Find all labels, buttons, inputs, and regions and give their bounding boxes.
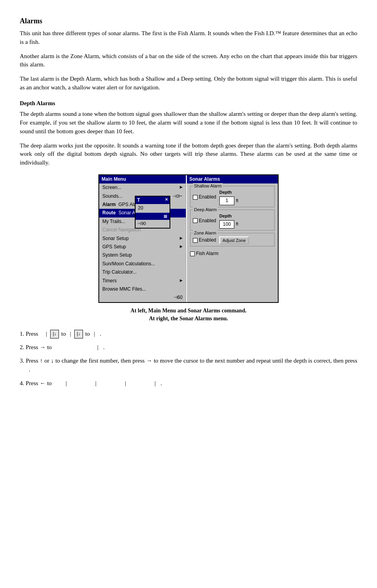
shallow-enabled-check[interactable]: Enabled [193,194,216,200]
shallow-alarm-section: Shallow Alarm Enabled Depth 1 ft [190,186,275,207]
paragraph-2: Another alarm is the Zone Alarm, which c… [20,52,357,70]
shallow-enabled-col: Enabled [193,194,216,200]
step-1-line: 1. Press | |↓ to | |↓ to | . [20,330,357,338]
shallow-enabled-label: Enabled [199,194,216,200]
deep-depth-col: Depth 100 ft [219,213,238,229]
page-title: Alarms [20,16,357,26]
adjust-zone-button[interactable]: Adjust Zone [219,236,249,244]
deep-checkbox[interactable] [193,218,198,223]
deep-enabled-col: Enabled [193,217,216,224]
menu-item-system-setup[interactable]: System Setup [99,251,186,259]
deep-alarm-row: Enabled Depth 100 ft [193,213,272,229]
deep-depth-input[interactable]: 100 [219,220,234,229]
figure-area: Main Menu Screen... Sounds... ⊣0⊢ Alarm … [20,174,357,323]
menu-item-screen[interactable]: Screen... [99,183,186,192]
overlay-submenu: T✕ 20 ▦ ⊣90 [135,196,170,229]
sonar-alarms-panel: Sonar Alarms Shallow Alarm Enabled Depth [187,175,278,302]
figure-caption-line1: At left, Main Menu and Sonar Alarms comm… [130,308,246,314]
depth-alarms-subtitle: Depth Alarms [20,99,357,108]
paragraph-5: The deep alarm works just the opposite. … [20,142,357,167]
deep-enabled-label: Enabled [199,217,216,224]
figure-caption: At left, Main Menu and Sonar Alarms comm… [130,307,246,323]
menu-item-timers[interactable]: Timers [99,277,186,285]
deep-alarm-section: Deep Alarm Enabled Depth 100 ft [190,210,275,231]
overlay-item-sel[interactable]: ▦ [136,213,170,220]
fish-checkbox[interactable] [190,251,195,256]
step-2-line: 2. Press → to | . [20,343,357,352]
zone-enabled-check[interactable]: Enabled [193,237,216,244]
deep-alarm-label: Deep Alarm [193,207,218,213]
step-3-paragraph: 3. Press ↑ or ↓ to change the first numb… [20,357,357,374]
step-4-line: 4. Press ← to | | | | . [20,379,357,388]
shallow-alarm-row: Enabled Depth 1 ft [193,189,272,205]
zone-alarm-section: Zone Alarm Enabled Adjust Zone [190,233,275,246]
menu-item-trip-calc[interactable]: Trip Calculator... [99,268,186,276]
shallow-depth-input[interactable]: 1 [219,197,234,205]
shallow-depth-col: Depth 1 ft [219,189,238,205]
step-2-num: 2. Press → to [20,343,63,352]
fish-alarm-section: Fish Alarm [187,249,278,260]
paragraph-3: The last alarm is the Depth Alarm, which… [20,75,357,92]
shallow-depth-label: Depth [219,189,232,196]
step-1-to1: to [61,330,66,338]
main-menu-panel: Main Menu Screen... Sounds... ⊣0⊢ Alarm … [99,175,186,302]
zone-alarm-label: Zone Alarm [193,230,217,236]
overlay-title: T✕ [136,197,170,204]
figure-caption-line2: At right, the Sonar Alarms menu. [149,316,228,321]
overlay-item-20[interactable]: 20 [136,204,170,212]
deep-unit: ft [236,221,238,227]
menus-row: Main Menu Screen... Sounds... ⊣0⊢ Alarm … [98,174,279,303]
step-1-to2: to [85,330,90,338]
shallow-alarm-label: Shallow Alarm [193,183,223,189]
step-1-num: 1. Press [20,330,43,338]
shallow-checkbox[interactable] [193,195,198,200]
menu-item-browse-mmc[interactable]: Browse MMC Files... [99,285,186,293]
zone-checkbox[interactable] [193,238,198,243]
paragraph-4: The depth alarms sound a tone when the b… [20,110,357,136]
step-1-key2: |↓ [74,330,83,338]
step-4-num: 4. Press ← to [20,379,63,388]
zone-enabled-label: Enabled [199,237,216,244]
paragraph-1: This unit has three different types of s… [20,29,357,47]
menu-item-sonar-setup[interactable]: Sonar Setup [99,234,186,243]
shallow-unit: ft [236,198,238,204]
menu-item-gps-setup[interactable]: GPS Setup [99,243,186,251]
fish-alarm-label: Fish Alarm [196,250,219,257]
zone-alarm-row: Enabled Adjust Zone [193,236,272,244]
sonar-alarms-title: Sonar Alarms [187,175,278,183]
deep-depth-label: Depth [219,213,232,219]
menu-item-sunmoon[interactable]: Sun/Moon Calculations... [99,260,186,268]
deep-enabled-check[interactable]: Enabled [193,217,216,224]
step-1-key1: |↓ [50,330,59,338]
main-menu-title: Main Menu [99,175,186,183]
steps-area: 1. Press | |↓ to | |↓ to | . 2. Press → … [20,330,357,388]
fish-enabled-check[interactable]: Fish Alarm [190,250,275,257]
